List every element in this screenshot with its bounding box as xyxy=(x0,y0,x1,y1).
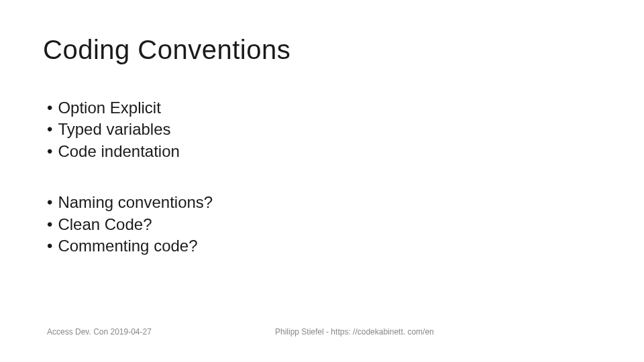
footer-right: Philipp Stiefel - https: //codekabinett.… xyxy=(275,327,601,337)
bullet-group-1: • Option Explicit • Typed variables • Co… xyxy=(47,97,601,162)
bullet-icon: • xyxy=(47,235,52,257)
bullet-text: Code indentation xyxy=(58,141,179,162)
bullet-item: • Commenting code? xyxy=(47,235,601,257)
bullet-text: Commenting code? xyxy=(58,235,197,257)
slide-content: • Option Explicit • Typed variables • Co… xyxy=(43,97,601,257)
bullet-text: Clean Code? xyxy=(58,214,152,235)
bullet-icon: • xyxy=(47,97,52,119)
bullet-item: • Typed variables xyxy=(47,119,601,140)
bullet-item: • Option Explicit xyxy=(47,97,601,119)
bullet-item: • Naming conventions? xyxy=(47,192,601,213)
slide-title: Coding Conventions xyxy=(43,35,601,65)
bullet-item: • Code indentation xyxy=(47,141,601,162)
bullet-text: Naming conventions? xyxy=(58,192,213,213)
slide: Coding Conventions • Option Explicit • T… xyxy=(0,0,644,362)
bullet-icon: • xyxy=(47,119,52,140)
bullet-icon: • xyxy=(47,192,52,213)
bullet-item: • Clean Code? xyxy=(47,214,601,235)
bullet-text: Typed variables xyxy=(58,119,170,140)
bullet-icon: • xyxy=(47,141,52,162)
bullet-text: Option Explicit xyxy=(58,97,160,119)
slide-footer: Access Dev. Con 2019-04-27 Philipp Stief… xyxy=(0,327,644,337)
bullet-icon: • xyxy=(47,214,52,235)
bullet-group-2: • Naming conventions? • Clean Code? • Co… xyxy=(47,192,601,257)
footer-left: Access Dev. Con 2019-04-27 xyxy=(47,327,275,337)
